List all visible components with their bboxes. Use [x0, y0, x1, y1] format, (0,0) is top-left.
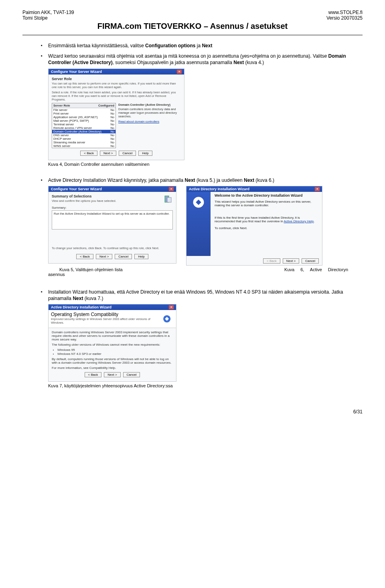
- ad-body1: This wizard helps you install Active Dir…: [215, 200, 320, 207]
- th-cfg: Configured: [98, 104, 114, 107]
- screenshot-kuva5: Configure Your Server Wizard × Summary o…: [48, 186, 176, 264]
- window-title: Active Directory Installation Wizard: [189, 187, 249, 191]
- close-icon[interactable]: ×: [169, 187, 174, 191]
- hdr-left2: Tomi Stolpe: [22, 15, 48, 21]
- role-row[interactable]: DNS serverNo: [52, 133, 116, 137]
- window-title: Configure Your Server Wizard: [51, 70, 102, 74]
- screenshot-kuva7: Active Directory Installation Wizard × O…: [48, 304, 176, 382]
- summary-box: Run the Active Directory Installation Wi…: [52, 210, 173, 230]
- caption-kuva5: Kuva 5, Valittujen ohjelmien lista: [48, 267, 123, 272]
- next-button[interactable]: Next >: [283, 258, 299, 264]
- page-title: FIRMA.com TIETOVERKKO – Asennus / asetuk…: [22, 21, 363, 33]
- text-bold: Next: [233, 60, 244, 65]
- window-title: Active Directory Installation Wizard: [51, 305, 111, 309]
- bullet-2: Wizard kertoo seuraavaksi mitä ohjelmia …: [37, 53, 348, 66]
- svg-rect-1: [167, 197, 171, 202]
- close-icon[interactable]: ×: [177, 70, 182, 74]
- role-info-link[interactable]: Read about domain controllers: [118, 120, 159, 123]
- divider: [22, 35, 363, 35]
- text: Ensimmäistä kertaa käynnistättäessä, val…: [48, 43, 145, 48]
- os-li2: Windows NT 4.0 SP3 or earlier: [57, 352, 173, 356]
- role-row[interactable]: Remote access / VPN serverNo: [52, 126, 116, 130]
- role-row[interactable]: Print serverNo: [52, 112, 116, 115]
- hdr-left1: Paimion AKK, TVAT-139: [22, 10, 74, 15]
- cancel-button[interactable]: Cancel: [119, 151, 136, 156]
- text: Active Directory Installation Wizard käy…: [48, 177, 185, 183]
- os-head: Operating System Compatibility: [51, 312, 158, 317]
- text: (kuva 7.): [83, 296, 103, 301]
- text: (kuva 5.) ja uudelleen: [195, 177, 244, 183]
- caption-kuva5b: asennus: [48, 272, 123, 277]
- text: , suomeksi Ohjauspalvelin ja jatka asenn…: [113, 60, 234, 65]
- heading: Summary of Selections: [52, 194, 163, 198]
- screenshot-kuva4: Configure Your Server Wizard × Server Ro…: [48, 68, 184, 160]
- subheading: View and confirm the options you have se…: [52, 199, 163, 203]
- summary-line: Run the Active Directory Installation Wi…: [54, 212, 170, 215]
- os-p2: The following older versions of Windows …: [52, 343, 173, 346]
- text-bold: Configuration options: [145, 43, 195, 48]
- next-button[interactable]: Next >: [100, 151, 116, 156]
- role-row[interactable]: Terminal serverNo: [52, 123, 116, 126]
- screenshot-kuva6: Active Directory Installation Wizard × W…: [186, 186, 322, 266]
- caption-kuva6: Kuva 6, Active Directoryn: [284, 267, 348, 277]
- ad-body3: To continue, click Next.: [215, 226, 320, 230]
- summary-label: Summary:: [52, 206, 173, 209]
- role-row[interactable]: Domain Controller (Active Directory)No: [52, 130, 116, 133]
- os-p3: By default, computers running those vers…: [52, 357, 173, 364]
- role-row[interactable]: File serverNo: [52, 108, 116, 112]
- next-button[interactable]: Next >: [104, 372, 120, 377]
- compat-help-link[interactable]: Compatibility Help: [89, 366, 115, 370]
- bullet-4: Installation Wizard huomattuaa, että Act…: [37, 289, 348, 302]
- bullet-1: Ensimmäistä kertaa käynnistättäessä, val…: [37, 42, 348, 49]
- role-info-head: Domain Controller (Active Directory): [118, 103, 181, 107]
- ad-welcome-head: Welcome to the Active Directory Installa…: [215, 193, 320, 197]
- text-bold: Next: [202, 43, 212, 48]
- text: ja: [195, 43, 202, 48]
- back-button[interactable]: < Back: [85, 372, 102, 377]
- back-button: < Back: [263, 258, 280, 264]
- cancel-button[interactable]: Cancel: [115, 254, 132, 259]
- hdr-right1: www.STOLPE.fi: [328, 10, 363, 15]
- role-row[interactable]: Mail server (POP3, SMTP)No: [52, 119, 116, 123]
- roles-table[interactable]: Server Role Configured File serverNoPrin…: [52, 103, 116, 148]
- next-button[interactable]: Next >: [96, 254, 112, 259]
- close-icon[interactable]: ×: [315, 187, 320, 191]
- ad-logo-icon: [162, 313, 172, 324]
- subheading: You can set up this server to perform on…: [52, 82, 181, 89]
- role-info-body: Domain controllers store directory data …: [118, 107, 181, 118]
- os-sub: Improved security settings in Windows Se…: [51, 317, 158, 324]
- close-icon[interactable]: ×: [169, 305, 174, 309]
- back-button[interactable]: < Back: [76, 254, 93, 259]
- text-bold: Next: [185, 177, 195, 183]
- back-button[interactable]: < Back: [80, 151, 97, 156]
- ad-logo-icon: [191, 195, 206, 209]
- window-title: Configure Your Server Wizard: [51, 187, 102, 191]
- server-icon: [163, 194, 173, 204]
- text: (kuva 6.): [254, 177, 274, 183]
- instruction: Select a role. If the role has not been …: [52, 91, 181, 101]
- caption-kuva4: Kuva 4, Domain Controller asennulsen val…: [37, 160, 348, 173]
- cancel-button[interactable]: Cancel: [302, 258, 319, 264]
- help-button[interactable]: Help: [138, 151, 152, 156]
- role-row[interactable]: WINS serverNo: [52, 144, 116, 148]
- role-row[interactable]: Application server (IIS, ASP.NET)No: [52, 115, 116, 119]
- caption-kuva7: Kuva 7, käyttöjärjestelmien yhteensopivu…: [37, 382, 348, 395]
- os-p1: Domain controllers running Windows Serve…: [52, 330, 173, 341]
- th-role: Server Role: [53, 104, 70, 107]
- role-row[interactable]: Streaming media serverNo: [52, 141, 116, 144]
- text-bold: Next: [244, 177, 254, 183]
- text: For more information, see: [52, 366, 89, 370]
- page-number: 6/31: [22, 395, 363, 415]
- hdr-right2: Versio 20070325: [326, 15, 363, 21]
- heading: Server Role: [52, 77, 181, 81]
- summary-foot: To change your selections, click Back. T…: [52, 246, 173, 250]
- os-li1: Windows 95: [57, 348, 173, 352]
- cancel-button[interactable]: Cancel: [123, 372, 140, 377]
- ad-help-link[interactable]: Active Directory Help: [284, 219, 314, 223]
- text: (kuva 4.): [244, 60, 264, 65]
- text: Wizard kertoo seuraavaksi mitä ohjelmia …: [48, 53, 328, 59]
- text-bold: Next: [73, 296, 83, 301]
- help-button[interactable]: Help: [134, 254, 148, 259]
- role-row[interactable]: DHCP serverNo: [52, 137, 116, 141]
- bullet-3: Active Directory Installation Wizard käy…: [37, 177, 348, 183]
